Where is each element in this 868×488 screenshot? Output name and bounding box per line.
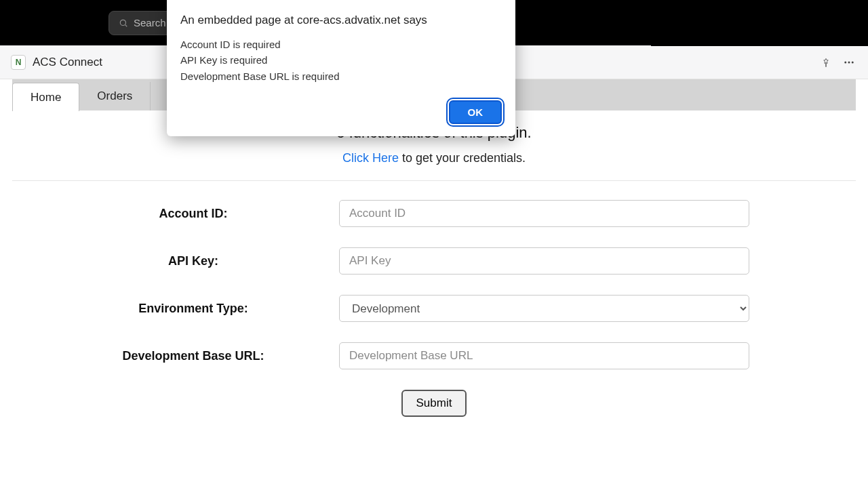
- label-account-id: Account ID:: [61, 207, 339, 221]
- svg-point-0: [120, 20, 125, 25]
- dev-url-input[interactable]: [339, 342, 749, 369]
- env-type-select[interactable]: Development: [339, 295, 749, 322]
- row-env-type: Environment Type: Development: [61, 295, 807, 322]
- dialog-ok-button[interactable]: OK: [449, 100, 502, 124]
- app-title: ACS Connect: [33, 56, 102, 69]
- pin-icon[interactable]: [819, 56, 833, 69]
- row-account-id: Account ID:: [61, 200, 807, 227]
- alert-dialog: An embedded page at core-acs.advatix.net…: [167, 0, 515, 136]
- submit-button[interactable]: Submit: [401, 390, 467, 417]
- credentials-line: Click Here to get your credentials.: [12, 151, 856, 165]
- account-id-input[interactable]: [339, 200, 749, 227]
- top-right-black-block: [651, 0, 868, 46]
- search-icon: [119, 18, 128, 28]
- row-dev-url: Development Base URL:: [61, 342, 807, 369]
- credentials-link[interactable]: Click Here: [342, 151, 399, 165]
- dialog-title: An embedded page at core-acs.advatix.net…: [180, 14, 502, 27]
- credentials-form: Account ID: API Key: Environment Type: D…: [61, 200, 807, 417]
- credentials-tail: to get your credentials.: [399, 151, 526, 165]
- dialog-line-3: Development Base URL is required: [180, 68, 502, 84]
- label-dev-url: Development Base URL:: [61, 349, 339, 363]
- api-key-input[interactable]: [339, 247, 749, 274]
- svg-point-5: [852, 61, 854, 63]
- app-logo: N: [11, 55, 26, 70]
- submit-button-label: Submit: [416, 396, 452, 409]
- svg-point-4: [848, 61, 850, 63]
- row-api-key: API Key:: [61, 247, 807, 274]
- tab-orders-label: Orders: [97, 89, 132, 103]
- more-icon[interactable]: [842, 56, 856, 69]
- separator: [12, 180, 856, 181]
- subbar-actions: [819, 56, 861, 69]
- tab-home-label: Home: [31, 91, 61, 104]
- dialog-line-1: Account ID is required: [180, 37, 502, 52]
- svg-point-3: [844, 61, 846, 63]
- dialog-ok-label: OK: [468, 106, 484, 118]
- label-env-type: Environment Type:: [61, 302, 339, 316]
- tab-home[interactable]: Home: [12, 83, 79, 111]
- app-logo-text: N: [16, 58, 22, 67]
- dialog-line-2: API Key is required: [180, 52, 502, 68]
- dialog-body: Account ID is required API Key is requir…: [180, 37, 502, 84]
- tab-orders[interactable]: Orders: [79, 82, 151, 110]
- content-area: e functionalities of this plugin. Click …: [0, 110, 868, 417]
- svg-line-1: [125, 24, 127, 26]
- search-placeholder-text: Search: [134, 17, 166, 28]
- label-api-key: API Key:: [61, 254, 339, 268]
